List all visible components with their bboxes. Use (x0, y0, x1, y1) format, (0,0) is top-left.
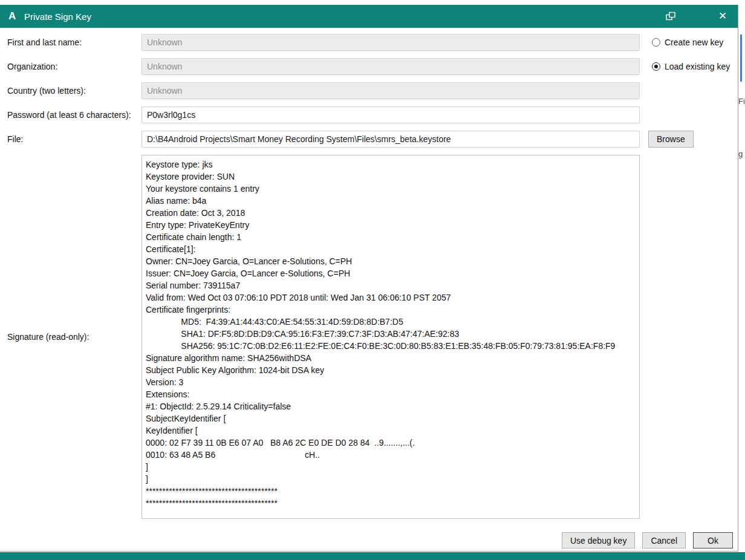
password-label: Password (at least 6 characters): (7, 110, 142, 120)
form-row-country: Country (two letters): (7, 82, 738, 99)
background-statusbar (0, 552, 745, 560)
ok-button[interactable]: Ok (693, 532, 733, 549)
password-input[interactable] (142, 106, 640, 123)
radio-create-new-key[interactable]: Create new key (652, 34, 730, 51)
signature-label: Signature (read-only): (7, 332, 142, 342)
radio-create-new-key-label: Create new key (665, 37, 723, 47)
cancel-button[interactable]: Cancel (642, 532, 686, 549)
radio-load-existing-key[interactable]: Load existing key (652, 58, 730, 75)
file-path-input[interactable] (142, 131, 640, 148)
form-row-file: File: Browse (7, 131, 738, 148)
close-icon[interactable]: ✕ (716, 10, 729, 23)
use-debug-key-button[interactable]: Use debug key (562, 532, 635, 549)
screen: Fil g A Private Sign Key ✕ First and las… (0, 0, 745, 560)
form-row-signature: Signature (read-only): Keystore type: jk… (7, 155, 738, 519)
radio-circle-checked-icon (652, 62, 660, 71)
browse-button[interactable]: Browse (648, 131, 694, 148)
background-text-fragment: Fil (738, 97, 745, 106)
signature-textarea[interactable]: Keystore type: jks Keystore provider: SU… (142, 155, 640, 519)
country-input (142, 82, 640, 99)
form-row-name: First and last name: (7, 34, 738, 51)
dialog-body: First and last name: Organization: Count… (0, 28, 738, 549)
background-text-fragment: g (738, 149, 745, 158)
organization-input (142, 58, 640, 75)
key-option-group: Create new key Load existing key (652, 34, 730, 82)
first-last-name-input (142, 34, 640, 51)
app-logo-icon: A (8, 10, 21, 22)
form-row-organization: Organization: (7, 58, 738, 75)
dock-window-icon[interactable] (665, 11, 676, 21)
organization-label: Organization: (7, 62, 142, 71)
form-row-password: Password (at least 6 characters): (7, 106, 738, 123)
file-label: File: (7, 134, 142, 144)
background-scrollbar (740, 34, 742, 82)
radio-load-existing-key-label: Load existing key (665, 62, 730, 71)
radio-circle-unchecked-icon (652, 38, 660, 47)
first-last-name-label: First and last name: (7, 37, 142, 47)
private-sign-key-dialog: A Private Sign Key ✕ First and last name… (0, 5, 738, 552)
dialog-title: Private Sign Key (24, 11, 665, 22)
dialog-titlebar: A Private Sign Key ✕ (0, 5, 738, 28)
country-label: Country (two letters): (7, 86, 142, 96)
dialog-footer: Use debug key Cancel Ok (7, 532, 738, 549)
